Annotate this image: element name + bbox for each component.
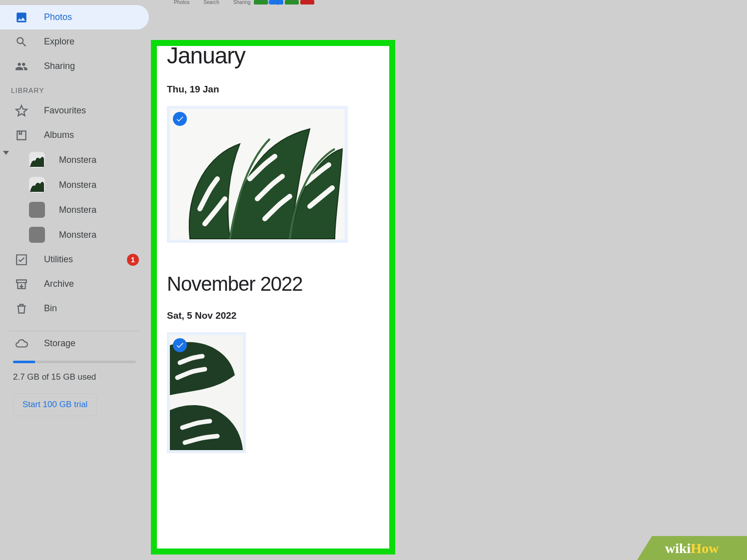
album-label: Monstera xyxy=(59,180,96,190)
album-label: Monstera xyxy=(59,205,96,215)
cloud-icon xyxy=(15,337,28,350)
search-icon xyxy=(15,35,28,48)
chevron-down-icon[interactable] xyxy=(3,151,9,155)
album-thumb-empty xyxy=(29,202,45,218)
month-heading: November 2022 xyxy=(167,273,379,295)
tab-sharing: Sharing xyxy=(233,0,250,5)
album-thumb xyxy=(29,177,45,193)
photo-thumbnail xyxy=(170,335,243,450)
sidebar-item-label: Albums xyxy=(44,130,149,140)
storage-bar-fill xyxy=(13,361,35,363)
album-thumb xyxy=(29,152,45,168)
sidebar-item-label: Favourites xyxy=(44,105,149,116)
sidebar-section-library: LIBRARY xyxy=(0,78,149,98)
checklist-icon xyxy=(15,253,28,266)
sidebar-item-explore[interactable]: Explore xyxy=(0,29,149,54)
people-icon xyxy=(15,60,28,73)
day-heading: Thu, 19 Jan xyxy=(167,84,379,95)
top-chip-row xyxy=(254,0,314,4)
album-icon xyxy=(15,129,28,142)
album-thumb-empty xyxy=(29,227,45,243)
sidebar-item-label: Storage xyxy=(44,338,149,349)
tab-search: Search xyxy=(203,0,219,5)
selected-check-icon[interactable] xyxy=(173,338,187,352)
trash-icon xyxy=(15,302,28,315)
selected-check-icon[interactable] xyxy=(173,112,187,126)
sidebar-item-albums[interactable]: Albums xyxy=(0,123,149,147)
sidebar-item-label: Explore xyxy=(44,36,149,47)
tab-photos: Photos xyxy=(174,0,189,5)
month-group: November 2022 Sat, 5 Nov 2022 xyxy=(167,273,379,455)
sidebar-item-label: Photos xyxy=(44,12,149,22)
day-heading: Sat, 5 Nov 2022 xyxy=(167,310,379,321)
start-trial-button[interactable]: Start 100 GB trial xyxy=(13,393,97,416)
image-icon xyxy=(15,11,28,24)
svg-text:wikiHow: wikiHow xyxy=(665,541,719,556)
album-item[interactable]: Monstera xyxy=(0,197,149,222)
album-item[interactable]: Monstera xyxy=(0,222,149,247)
photo-thumbnail xyxy=(170,109,345,240)
album-label: Monstera xyxy=(59,230,96,240)
album-item[interactable]: Monstera xyxy=(0,172,149,197)
sidebar-item-label: Archive xyxy=(44,279,149,289)
storage-bar xyxy=(13,361,136,363)
sidebar-item-storage[interactable]: Storage xyxy=(0,331,149,356)
photo-grid-highlight: January Thu, 19 Jan xyxy=(151,40,395,555)
sidebar-item-sharing[interactable]: Sharing xyxy=(0,54,149,78)
sidebar-item-label: Sharing xyxy=(44,61,149,71)
notification-badge: 1 xyxy=(127,254,139,266)
sidebar: Photos Explore Sharing LIBRARY Favourite… xyxy=(0,5,149,505)
photo-tile[interactable] xyxy=(167,332,246,453)
sidebar-item-favourites[interactable]: Favourites xyxy=(0,98,149,123)
sidebar-item-label: Bin xyxy=(44,303,149,314)
storage-usage-text: 2.7 GB of 15 GB used xyxy=(13,372,149,382)
album-item[interactable]: Monstera xyxy=(0,147,149,172)
sidebar-item-bin[interactable]: Bin xyxy=(0,296,149,321)
month-group: January Thu, 19 Jan xyxy=(167,42,379,245)
month-heading: January xyxy=(167,42,379,69)
album-label: Monstera xyxy=(59,155,96,165)
sidebar-item-photos[interactable]: Photos xyxy=(0,5,149,29)
sidebar-item-archive[interactable]: Archive xyxy=(0,272,149,296)
archive-icon xyxy=(15,278,28,291)
photo-tile[interactable] xyxy=(167,106,348,243)
sidebar-item-utilities[interactable]: Utilities 1 xyxy=(0,247,149,272)
wikihow-watermark: wikiHow xyxy=(637,536,747,560)
star-icon xyxy=(15,104,28,117)
